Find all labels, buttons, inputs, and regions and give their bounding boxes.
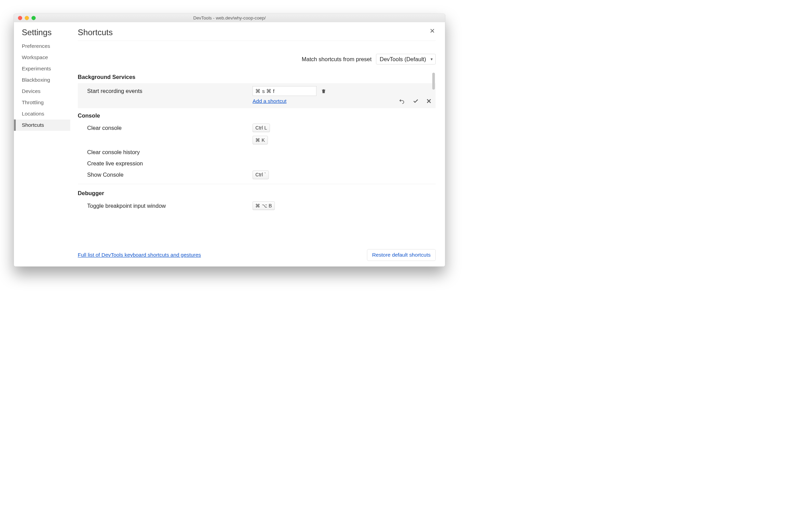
section-divider	[78, 184, 436, 184]
shortcut-row[interactable]: Clear console history	[78, 146, 436, 158]
sidebar-item-throttling[interactable]: Throttling	[14, 97, 70, 108]
settings-sidebar: Settings Preferences Workspace Experimen…	[14, 22, 70, 267]
shortcut-keys: Ctrl L ⌘ K	[253, 124, 436, 145]
shortcut-input[interactable]: ⌘ s ⌘ f	[253, 86, 316, 96]
preset-label: Match shortcuts from preset	[302, 56, 371, 63]
trash-icon[interactable]	[321, 88, 326, 94]
sidebar-item-locations[interactable]: Locations	[14, 108, 70, 120]
main-panel: Shortcuts ✕ Match shortcuts from preset …	[70, 22, 445, 267]
sidebar-item-devices[interactable]: Devices	[14, 86, 70, 97]
cancel-icon[interactable]	[426, 98, 432, 104]
editing-actions	[398, 92, 432, 104]
page-header: Shortcuts ✕	[78, 28, 436, 41]
sidebar-item-workspace[interactable]: Workspace	[14, 52, 70, 63]
shortcut-row-editing: Start recording events ⌘ s ⌘ f Add a sho…	[78, 83, 436, 108]
preset-select[interactable]: DevTools (Default)	[376, 54, 436, 65]
titlebar: DevTools - web.dev/why-coop-coep/	[14, 14, 445, 22]
confirm-icon[interactable]	[412, 98, 419, 104]
footer: Full list of DevTools keyboard shortcuts…	[78, 244, 436, 261]
sidebar-title: Settings	[14, 28, 70, 40]
shortcut-label: Clear console history	[87, 148, 253, 155]
shortcut-row[interactable]: Create live expression	[78, 158, 436, 169]
sidebar-item-blackboxing[interactable]: Blackboxing	[14, 74, 70, 86]
shortcut-keys: Ctrl `	[253, 171, 436, 179]
shortcut-list: Background Services Start recording even…	[78, 72, 436, 245]
key-chip: Ctrl `	[253, 171, 269, 179]
app-window: DevTools - web.dev/why-coop-coep/ Settin…	[14, 14, 445, 267]
page-title: Shortcuts	[78, 28, 113, 37]
key-chip: ⌘ ⌥ B	[253, 201, 275, 210]
add-shortcut-link[interactable]: Add a shortcut	[253, 98, 286, 104]
key-chip: Ctrl L	[253, 124, 270, 132]
shortcut-label: Toggle breakpoint input window	[87, 201, 253, 209]
shortcut-label: Clear console	[87, 124, 253, 131]
shortcut-keys: ⌘ ⌥ B	[253, 201, 436, 210]
shortcut-editor: ⌘ s ⌘ f Add a shortcut	[253, 86, 398, 104]
section-background-services: Background Services	[78, 72, 436, 83]
sidebar-item-shortcuts[interactable]: Shortcuts	[14, 120, 70, 131]
close-panel-button[interactable]: ✕	[429, 28, 436, 34]
shortcut-row[interactable]: Clear console Ctrl L ⌘ K	[78, 122, 436, 146]
undo-icon[interactable]	[398, 98, 406, 104]
section-debugger: Debugger	[78, 188, 436, 200]
sidebar-item-experiments[interactable]: Experiments	[14, 63, 70, 74]
preset-row: Match shortcuts from preset DevTools (De…	[78, 41, 436, 72]
restore-defaults-button[interactable]: Restore default shortcuts	[367, 249, 436, 261]
shortcut-label: Start recording events	[87, 86, 253, 94]
scrollbar-thumb[interactable]	[432, 73, 435, 90]
section-console: Console	[78, 108, 436, 122]
shortcut-label: Show Console	[87, 171, 253, 178]
shortcut-input-line: ⌘ s ⌘ f	[253, 86, 326, 96]
shortcut-row[interactable]: Toggle breakpoint input window ⌘ ⌥ B	[78, 200, 436, 212]
full-list-link[interactable]: Full list of DevTools keyboard shortcuts…	[78, 252, 201, 258]
shortcut-row[interactable]: Show Console Ctrl `	[78, 169, 436, 181]
sidebar-item-preferences[interactable]: Preferences	[14, 41, 70, 52]
key-chip: ⌘ K	[253, 136, 268, 145]
window-title: DevTools - web.dev/why-coop-coep/	[14, 15, 445, 21]
content-area: Settings Preferences Workspace Experimen…	[14, 22, 445, 267]
preset-value: DevTools (Default)	[380, 56, 426, 62]
shortcut-label: Create live expression	[87, 159, 253, 167]
